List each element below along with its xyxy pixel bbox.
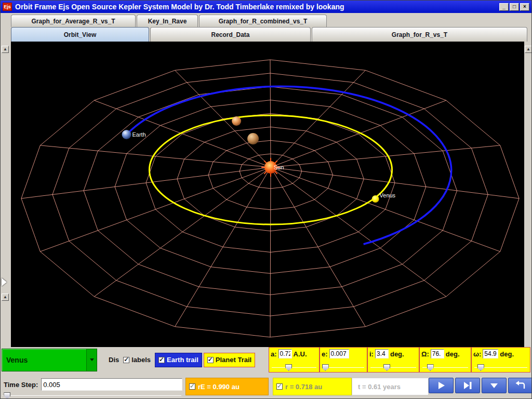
rE-checkbox-box[interactable]: ✓ <box>189 383 195 390</box>
slider-track[interactable] <box>272 367 316 368</box>
time-readout-text: t = 0.61 years <box>358 383 401 391</box>
param-i-input[interactable] <box>375 349 389 358</box>
param-e-group: e: <box>320 347 367 373</box>
rE-readout-panel[interactable]: ✓ rE = 0.990 au <box>185 378 269 395</box>
param-i-slider-thumb[interactable] <box>383 364 390 371</box>
check-icon: ✓ <box>190 382 195 390</box>
tab-graph-for-r-vs-t[interactable]: Graph_for_R_vs_T <box>312 27 527 42</box>
tab-graph-for-average-r-vs-t[interactable]: Graph_for_Average_R_vs_T <box>11 15 136 27</box>
chevron-down-icon <box>90 358 94 361</box>
window-title: Orbit Frame Ejs Open Source Kepler Syste… <box>15 3 499 11</box>
param-omega-label: ω: <box>473 350 481 358</box>
param-i-unit: deg. <box>390 350 404 358</box>
right-splitter-gutter[interactable]: ▲ <box>524 42 531 347</box>
r-checkbox-box[interactable]: ✓ <box>276 383 283 390</box>
earth <box>122 130 131 139</box>
param-omega-slider-thumb[interactable] <box>477 364 484 371</box>
check-icon: ✓ <box>208 356 213 363</box>
time-step-slider[interactable] <box>2 392 182 399</box>
slider-track[interactable] <box>3 395 181 396</box>
time-step-group: Time Step: <box>2 378 182 399</box>
time-step-label: Time Step: <box>4 381 38 389</box>
app-window: Ejs Orbit Frame Ejs Open Source Kepler S… <box>0 0 532 399</box>
param-omega-group: ω: deg. <box>471 347 530 373</box>
param-e-input[interactable] <box>329 349 349 358</box>
param-a-slider-thumb[interactable] <box>285 364 292 371</box>
orbit-parameter-panel: a: A.U. e: <box>269 347 530 373</box>
tab-record-data[interactable]: Record_Data <box>150 27 311 42</box>
param-a-slider[interactable] <box>271 364 317 371</box>
step-icon <box>461 380 474 391</box>
param-e-label: e: <box>322 350 328 358</box>
param-a-unit: A.U. <box>294 350 307 358</box>
titlebar[interactable]: Ejs Orbit Frame Ejs Open Source Kepler S… <box>1 1 531 13</box>
planet-inner-1 <box>232 116 241 126</box>
param-Omega-group: Ω: deg. <box>419 347 471 373</box>
planet-select-combo[interactable]: Venus <box>2 349 97 371</box>
right-splitter-button[interactable]: ▲ <box>525 46 532 53</box>
splitter-arrow-icon[interactable] <box>2 278 7 286</box>
maximize-button[interactable]: □ <box>510 3 519 11</box>
labels-checkbox-label: labels <box>131 356 151 364</box>
left-splitter-gutter[interactable]: ▲ ▲ <box>1 42 11 347</box>
param-i-slider[interactable] <box>369 364 417 371</box>
r-readout-text: r = 0.718 au <box>285 383 322 391</box>
tab-graph-for-r-combined-vs-t[interactable]: Graph_for_R_combined_vs_T <box>199 15 327 27</box>
param-Omega-slider[interactable] <box>421 364 469 371</box>
polar-grid <box>21 60 519 337</box>
orbit-3d-view[interactable]: Sun Earth Venus <box>11 42 524 347</box>
time-readout-panel: t = 0.61 years <box>352 378 429 395</box>
slider-track[interactable] <box>323 367 364 368</box>
planet-select-value: Venus <box>2 349 86 371</box>
splitter-expand-button[interactable]: ▲ <box>2 294 9 301</box>
param-i-group: i: deg. <box>367 347 419 373</box>
param-a-input[interactable] <box>278 349 292 358</box>
labels-checkbox-box[interactable]: ✓ <box>123 357 129 363</box>
orbit-scene-panel: Sun Earth Venus <box>11 42 524 347</box>
param-omega-unit: deg. <box>500 350 514 358</box>
planet-trail-checkbox[interactable]: ✓ Planet Trail <box>204 353 255 367</box>
time-step-slider-thumb[interactable] <box>4 392 10 399</box>
chevron-down-icon <box>488 380 500 391</box>
param-Omega-input[interactable] <box>431 349 444 358</box>
param-Omega-label: Ω: <box>421 350 429 358</box>
combo-dropdown-button[interactable] <box>86 349 97 371</box>
sun-label: Sun <box>274 164 284 170</box>
play-button[interactable] <box>429 378 454 393</box>
check-icon: ✓ <box>277 382 282 390</box>
param-i-label: i: <box>369 350 374 358</box>
earth-trail-label: Earth trail <box>167 356 198 364</box>
tab-orbit-view[interactable]: Orbit_View <box>11 27 149 42</box>
labels-checkbox[interactable]: ✓ labels <box>123 356 151 364</box>
tab-row-2: Orbit_View Record_Data Graph_for_R_vs_T <box>1 27 531 42</box>
check-icon: ✓ <box>124 356 129 363</box>
param-e-slider[interactable] <box>322 364 365 371</box>
r-readout-panel[interactable]: ✓ r = 0.718 au <box>273 378 352 395</box>
play-icon <box>435 380 447 391</box>
earth-trail-checkbox[interactable]: ✓ Earth trail <box>155 353 202 367</box>
viewport: ▲ ▲ <box>1 42 531 347</box>
display-label: Dis <box>109 356 119 364</box>
param-a-group: a: A.U. <box>269 347 320 373</box>
param-Omega-slider-thumb[interactable] <box>427 364 434 371</box>
param-omega-slider[interactable] <box>473 364 528 371</box>
close-button[interactable]: × <box>520 3 529 11</box>
step-button[interactable] <box>455 378 480 393</box>
reset-button[interactable] <box>508 378 532 393</box>
earth-label: Earth <box>132 131 145 138</box>
earth-trail-checkbox-box[interactable]: ✓ <box>158 357 165 363</box>
venus-label: Venus <box>380 192 396 198</box>
splitter-collapse-button[interactable]: ▲ <box>2 46 9 53</box>
slider-track[interactable] <box>370 367 416 368</box>
tab-key-in-rave[interactable]: Key_In_Rave <box>137 15 198 27</box>
planet-trail-label: Planet Trail <box>216 356 251 364</box>
time-step-input[interactable] <box>41 378 182 391</box>
param-e-slider-thumb[interactable] <box>322 364 329 371</box>
planet-trail-checkbox-box[interactable]: ✓ <box>207 357 214 363</box>
reset-icon <box>514 380 527 391</box>
expand-button[interactable] <box>482 378 507 393</box>
minimize-button[interactable]: _ <box>499 3 509 11</box>
param-omega-input[interactable] <box>483 349 498 358</box>
param-a-label: a: <box>271 350 277 358</box>
rE-readout-text: rE = 0.990 au <box>198 383 240 391</box>
